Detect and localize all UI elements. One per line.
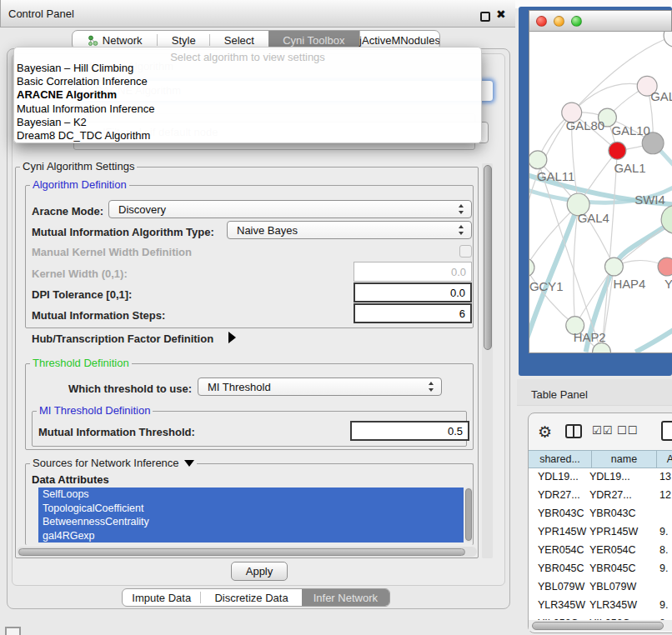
table-cell: 9.: [659, 562, 668, 574]
application: Control Panel ✖ Inference Algorithm ARAC…: [0, 0, 672, 635]
combo-arrows-icon: [459, 204, 464, 214]
which-threshold-combobox[interactable]: MI Threshold: [198, 378, 442, 396]
table-cell: 9.: [659, 526, 668, 538]
network-node[interactable]: [609, 142, 626, 159]
column-header-partial[interactable]: A: [657, 451, 672, 468]
tab-network-label: Network: [103, 34, 143, 47]
network-node[interactable]: [664, 32, 672, 48]
table-cell: YLR345W: [589, 599, 637, 611]
cyni-algorithm-settings-title: Cyni Algorithm Settings: [20, 161, 137, 172]
collapse-caret-icon[interactable]: [184, 460, 194, 467]
attribute-item[interactable]: TopologicalCoefficient: [38, 502, 464, 516]
zoom-traffic-light[interactable]: [571, 16, 582, 27]
threshold-definition-title: Threshold Definition: [30, 358, 132, 369]
network-node[interactable]: [529, 258, 534, 277]
network-node[interactable]: [529, 151, 547, 169]
table-row[interactable]: YER054CYER054C8.: [529, 542, 672, 560]
dropdown-item[interactable]: Bayesian – Hill Climbing: [17, 62, 133, 74]
control-panel-titlebar: [0, 0, 515, 28]
column-header-name[interactable]: name: [592, 451, 657, 468]
kernel-width-label: Kernel Width (0,1):: [32, 268, 128, 280]
table-cell: 13: [659, 471, 671, 482]
tab-infer-network[interactable]: Infer Network: [302, 589, 389, 606]
table-cell: YBL079W: [589, 581, 636, 592]
table-panel-title: Table Panel: [531, 388, 588, 401]
node-label: SWI4: [634, 193, 664, 207]
table-row[interactable]: YDR27...YDR27...12: [529, 487, 672, 505]
float-window-icon[interactable]: [480, 12, 490, 22]
manual-kernel-checkbox[interactable]: [459, 245, 472, 258]
table-cell: YER054C: [589, 544, 636, 556]
node-label: GAL10: [611, 124, 649, 138]
table-cell: YPR145W: [589, 526, 638, 538]
close-icon[interactable]: ✖: [496, 8, 506, 21]
node-label: HAP4: [613, 278, 645, 291]
apply-button[interactable]: Apply: [231, 562, 288, 581]
corner-partial-icon[interactable]: [5, 627, 21, 635]
table-cell: YPR145W: [538, 526, 586, 538]
node-label: GAL11: [537, 170, 574, 183]
which-threshold-label: Which threshold to use:: [68, 382, 192, 395]
select-all-checkboxes-icon[interactable]: ☑☑: [592, 424, 613, 437]
network-node[interactable]: [658, 258, 672, 276]
close-traffic-light[interactable]: [536, 16, 547, 27]
kernel-width-field[interactable]: 0.0: [354, 262, 472, 282]
columns-icon[interactable]: [565, 424, 582, 438]
table-cell: 12: [659, 489, 671, 501]
attribute-item[interactable]: gal4RGexp: [38, 529, 464, 543]
table-row[interactable]: YBR043CYBR043C: [529, 505, 672, 523]
dropdown-item[interactable]: ARACNE Algorithm: [17, 88, 117, 101]
attribute-item[interactable]: SelfLoops: [38, 488, 464, 502]
combo-arrows-icon: [429, 382, 434, 392]
settings-vertical-scrollbar-thumb[interactable]: [484, 165, 492, 350]
node-label: HAP2: [574, 331, 606, 344]
network-icon: [88, 35, 98, 46]
table-body: YDL19...YDL19...13YDR27...YDR27...12YBR0…: [529, 468, 672, 620]
algorithm-dropdown: Select algorithm to view settings Bayesi…: [13, 47, 482, 143]
table-row[interactable]: YBR045CYBR045C9.: [529, 560, 672, 578]
attribute-item[interactable]: BetweennessCentrality: [38, 515, 464, 529]
table-cell: YER054C: [538, 544, 584, 556]
tab-discretize-data[interactable]: Discretize Data: [201, 589, 301, 606]
aracne-mode-combobox[interactable]: Discovery: [108, 200, 472, 218]
bottom-tabs: Impute Data Discretize Data Infer Networ…: [122, 588, 390, 607]
table-cell: YBR043C: [538, 508, 584, 519]
clear-checkboxes-icon[interactable]: ☐☐: [617, 424, 638, 437]
table-horizontal-scrollbar-thumb[interactable]: [532, 622, 664, 630]
dropdown-item[interactable]: Basic Correlation Inference: [17, 75, 148, 88]
algorithm-definition-title: Algorithm Definition: [30, 179, 129, 191]
mi-type-combobox[interactable]: Naive Bayes: [227, 221, 472, 239]
node-label: Y: [664, 278, 672, 291]
settings-horizontal-scrollbar-thumb[interactable]: [18, 548, 465, 556]
table-cell: YDR27...: [589, 489, 632, 501]
sources-title: Sources for Network Inference: [30, 458, 197, 469]
dropdown-item[interactable]: Bayesian – K2: [17, 116, 87, 128]
gear-icon[interactable]: ⚙: [538, 422, 552, 441]
table-row[interactable]: YBL079WYBL079W: [529, 578, 672, 597]
combo-arrows-icon: [459, 225, 464, 235]
table-cell: YBR043C: [589, 508, 636, 519]
dpi-tolerance-field[interactable]: 0.0: [354, 282, 472, 302]
network-canvas[interactable]: GALGAL80GAL10GAL1GAL11SWI4GAL4HAP4YGCY1H…: [529, 32, 672, 353]
mi-threshold-field[interactable]: 0.5: [350, 421, 469, 441]
mi-threshold-title: MI Threshold Definition: [37, 405, 153, 417]
dropdown-item[interactable]: Mutual Information Inference: [17, 102, 154, 115]
mi-steps-field[interactable]: 6: [354, 303, 472, 323]
table-cell: 9.: [659, 599, 668, 611]
hub-transcription-label[interactable]: Hub/Transcription Factor Definition: [32, 332, 213, 345]
partial-toolbar-icon[interactable]: [661, 421, 672, 441]
table-cell: YLR345W: [538, 599, 585, 611]
network-window-titlebar[interactable]: [529, 10, 672, 32]
table-row[interactable]: YLR345WYLR345W9.: [529, 597, 672, 615]
table-row[interactable]: YPR145WYPR145W9.: [529, 523, 672, 542]
tab-impute-data[interactable]: Impute Data: [123, 589, 200, 606]
minimize-traffic-light[interactable]: [554, 16, 564, 27]
data-attributes-list: SelfLoopsTopologicalCoefficientBetweenne…: [38, 488, 464, 542]
dropdown-item[interactable]: Dream8 DC_TDC Algorithm: [17, 129, 150, 142]
network-node[interactable]: [604, 258, 623, 276]
attributes-scrollbar-thumb[interactable]: [465, 488, 472, 541]
expand-arrow-icon[interactable]: [228, 332, 236, 343]
column-header-shared[interactable]: shared...: [529, 451, 592, 468]
table-row[interactable]: YDL19...YDL19...13: [529, 468, 672, 487]
mi-steps-label: Mutual Information Steps:: [32, 309, 165, 322]
